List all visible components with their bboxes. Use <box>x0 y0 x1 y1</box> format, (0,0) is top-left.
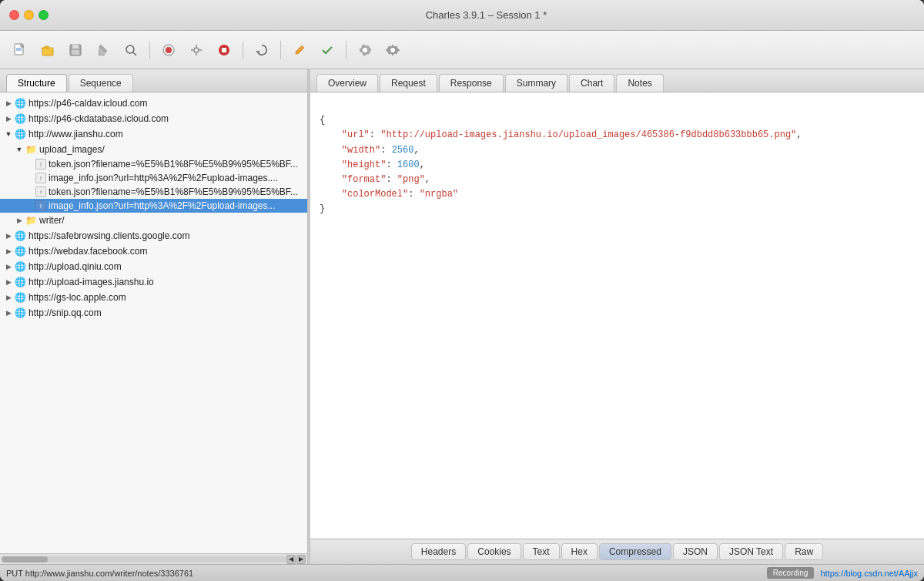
search-btn[interactable] <box>119 38 143 62</box>
item-label: token.json?filename=%E5%B1%8F%E5%B9%95%E… <box>49 186 298 197</box>
svg-rect-17 <box>222 48 226 52</box>
item-label: writer/ <box>39 215 65 226</box>
globe-icon: 🌐 <box>14 260 26 273</box>
open-btn[interactable] <box>35 38 60 62</box>
maximize-button[interactable] <box>38 10 49 20</box>
expand-arrow: ▶ <box>3 261 14 272</box>
tab-json[interactable]: JSON <box>673 543 718 560</box>
refresh-btn[interactable] <box>249 38 274 62</box>
item-label: https://gs-loc.apple.com <box>28 292 126 303</box>
new-session-btn[interactable] <box>8 38 32 62</box>
tree-item-facebook[interactable]: ▶ 🌐 https://webdav.facebook.com <box>0 243 307 259</box>
tree-item-apple[interactable]: ▶ 🌐 https://gs-loc.apple.com <box>0 290 307 305</box>
scroll-thumb[interactable] <box>2 556 48 563</box>
tree-item-qq[interactable]: ▶ 🌐 http://snip.qq.com <box>0 305 307 321</box>
scroll-track[interactable] <box>2 556 286 563</box>
svg-line-8 <box>133 52 136 55</box>
svg-rect-5 <box>72 45 79 49</box>
tab-structure[interactable]: Structure <box>6 74 67 92</box>
item-label: https://safebrowsing.clients.google.com <box>28 230 189 241</box>
svg-point-18 <box>363 48 367 52</box>
tab-json-text[interactable]: JSON Text <box>719 543 783 560</box>
expand-arrow: ▶ <box>3 246 14 257</box>
toolbar <box>0 31 924 69</box>
settings1-btn[interactable] <box>353 38 377 62</box>
tab-notes[interactable]: Notes <box>616 74 663 92</box>
minimize-button[interactable] <box>24 10 34 20</box>
file-icon: f <box>35 173 46 183</box>
stop-btn[interactable] <box>212 38 236 62</box>
record-circle-btn[interactable] <box>156 38 181 62</box>
tree-item-safebrowsing[interactable]: ▶ 🌐 https://safebrowsing.clients.google.… <box>0 228 307 243</box>
tab-overview[interactable]: Overview <box>316 74 378 92</box>
app-window: Charles 3.9.1 – Session 1 * <box>0 0 924 581</box>
expand-arrow: ▶ <box>3 307 14 318</box>
globe-icon: 🌐 <box>14 276 26 288</box>
item-label: image_info.json?url=http%3A%2F%2Fupload-… <box>49 200 276 211</box>
globe-icon: 🌐 <box>14 230 26 242</box>
globe-icon: 🌐 <box>14 307 26 319</box>
status-bar: PUT http://www.jianshu.com/writer/notes/… <box>0 564 924 581</box>
toolbar-separator-3 <box>280 41 281 59</box>
tab-chart[interactable]: Chart <box>569 74 614 92</box>
tab-cookies[interactable]: Cookies <box>467 543 521 560</box>
bottom-tabs: Headers Cookies Text Hex Compressed JSON… <box>310 539 924 564</box>
tree-item-p46ckdatabase[interactable]: ▶ 🌐 https://p46-ckdatabase.icloud.com <box>0 111 307 126</box>
item-label: https://webdav.facebook.com <box>28 246 148 257</box>
globe-icon: 🌐 <box>14 128 26 140</box>
tab-compressed[interactable]: Compressed <box>599 543 671 560</box>
scroll-left-btn[interactable]: ◀ <box>286 555 296 564</box>
globe-icon: 🌐 <box>14 291 26 304</box>
settings2-btn[interactable] <box>380 38 405 62</box>
tree-item-imageinfo1[interactable]: ▶ f image_info.json?url=http%3A%2F%2Fupl… <box>0 171 307 185</box>
tree-item-token2[interactable]: ▶ f token.json?filename=%E5%B1%8F%E5%B9%… <box>0 185 307 199</box>
tab-response[interactable]: Response <box>439 74 504 92</box>
tab-request[interactable]: Request <box>380 74 437 92</box>
left-panel: Structure Sequence ▶ 🌐 https://p46-calda… <box>0 69 308 564</box>
tree-item-imageinfo2[interactable]: ▶ f image_info.json?url=http%3A%2F%2Fupl… <box>0 199 307 213</box>
item-label: token.json?filename=%E5%B1%8F%E5%B9%95%E… <box>49 159 298 170</box>
tools-btn[interactable] <box>184 38 209 62</box>
json-content: { "url": "http://upload-images.jianshu.i… <box>320 99 915 232</box>
tree-item-writer-folder[interactable]: ▶ 📁 writer/ <box>0 213 307 228</box>
toolbar-separator-2 <box>243 41 243 59</box>
tree-item-jianshu[interactable]: ▼ 🌐 http://www.jianshu.com <box>0 126 307 142</box>
right-panel: Overview Request Response Summary Chart … <box>310 69 924 564</box>
check-btn[interactable] <box>315 38 340 62</box>
tree-item-p46caldav[interactable]: ▶ 🌐 https://p46-caldav.icloud.com <box>0 96 307 111</box>
tree-item-upload-images-jianshu[interactable]: ▶ 🌐 http://upload-images.jianshu.io <box>0 274 307 290</box>
expand-arrow: ▶ <box>3 292 14 303</box>
status-url: https://blog.csdn.net/AAjjx <box>820 569 918 578</box>
expand-arrow: ▼ <box>3 129 14 139</box>
globe-icon: 🌐 <box>14 97 26 109</box>
tab-summary[interactable]: Summary <box>505 74 567 92</box>
status-right: Recording https://blog.csdn.net/AAjjx <box>767 567 918 579</box>
expand-arrow: ▶ <box>3 230 14 241</box>
tree-item-token1[interactable]: ▶ f token.json?filename=%E5%B1%8F%E5%B9%… <box>0 157 307 171</box>
item-label: http://upload-images.jianshu.io <box>28 277 154 287</box>
tree-area[interactable]: ▶ 🌐 https://p46-caldav.icloud.com ▶ 🌐 ht… <box>0 92 307 553</box>
tree-item-qiniu[interactable]: ▶ 🌐 http://upload.qiniu.com <box>0 259 307 274</box>
tree-item-upload-images-folder[interactable]: ▼ 📁 upload_images/ <box>0 142 307 157</box>
clear-btn[interactable] <box>91 38 116 62</box>
left-panel-tabs: Structure Sequence <box>0 69 307 92</box>
close-button[interactable] <box>9 10 19 20</box>
globe-icon: 🌐 <box>14 113 26 125</box>
tab-headers[interactable]: Headers <box>411 543 466 560</box>
title-bar: Charles 3.9.1 – Session 1 * <box>0 0 924 31</box>
expand-arrow: ▶ <box>3 277 14 287</box>
item-label: http://www.jianshu.com <box>28 129 123 139</box>
save-btn[interactable] <box>63 38 88 62</box>
expand-arrow: ▶ <box>14 215 25 226</box>
file-icon: f <box>35 200 46 211</box>
tab-sequence[interactable]: Sequence <box>69 74 133 92</box>
item-label: image_info.json?url=http%3A%2F%2Fupload-… <box>49 173 278 183</box>
status-left-text: PUT http://www.jianshu.com/writer/notes/… <box>6 569 767 578</box>
item-label: upload_images/ <box>39 144 105 155</box>
edit-btn[interactable] <box>287 38 312 62</box>
tab-raw[interactable]: Raw <box>785 543 823 560</box>
recording-badge: Recording <box>767 567 815 579</box>
tab-text[interactable]: Text <box>523 543 560 560</box>
tab-hex[interactable]: Hex <box>561 543 598 560</box>
scroll-right-btn[interactable]: ▶ <box>296 555 306 564</box>
